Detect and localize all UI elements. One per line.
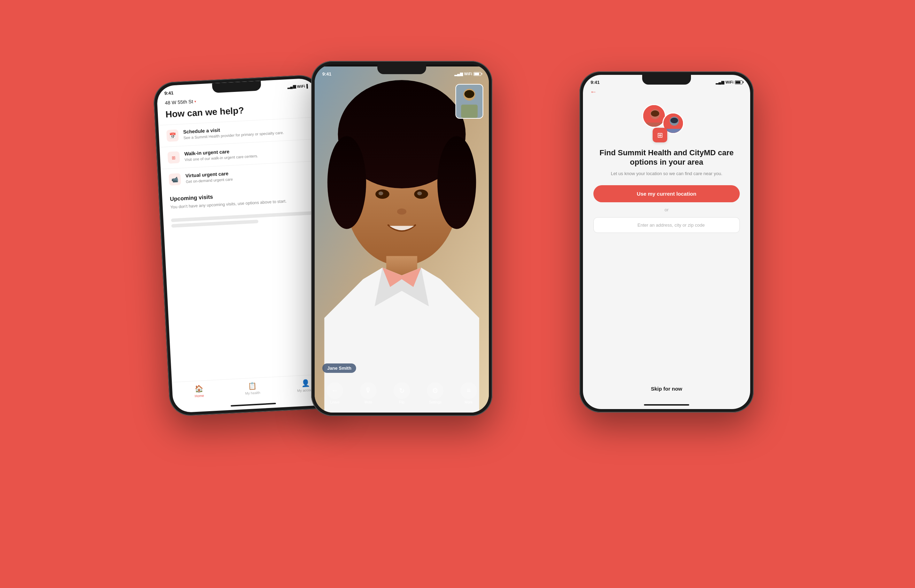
left-phone-content: 9:41 ▂▄▆ WiFi ▌ 48 W 55th St ▾ How can w… — [157, 78, 334, 413]
flip-btn[interactable]: ↻ Flip — [394, 382, 410, 404]
svg-point-6 — [378, 191, 383, 195]
signal-icon-right: ▂▄▆ — [716, 80, 724, 85]
account-icon: 👤 — [301, 378, 310, 387]
mute-label: Mute — [364, 401, 372, 404]
more-label: More — [465, 401, 473, 404]
leave-btn[interactable]: ← Leave — [327, 382, 343, 404]
status-icons-left: ▂▄▆ WiFi ▌ — [287, 83, 309, 89]
nav-health[interactable]: 📋 My health — [225, 380, 279, 396]
schedule-icon: 📅 — [166, 129, 179, 142]
middle-phone-content: 9:41 ▂▄▆ WiFi — [315, 66, 489, 412]
signal-icon-middle: ▂▄▆ — [454, 72, 463, 76]
back-button[interactable]: ← — [583, 85, 750, 97]
home-indicator-left — [231, 402, 276, 406]
status-icons-right: ▂▄▆ WiFi — [716, 80, 743, 85]
flip-icon: ↻ — [394, 382, 410, 399]
settings-label: Settings — [429, 401, 442, 404]
signal-icon-left: ▂▄▆ — [287, 84, 295, 89]
walkin-icon: ⊞ — [168, 151, 180, 164]
status-icons-middle: ▂▄▆ WiFi — [454, 72, 481, 76]
wifi-icon-left: WiFi — [297, 84, 305, 88]
call-controls: ← Leave 🎙 Mute ↻ Flip ⚙ Settings — [315, 382, 489, 404]
home-icon: 🏠 — [194, 384, 204, 393]
svg-point-10 — [327, 136, 366, 229]
settings-icon: ⚙ — [427, 382, 444, 399]
skip-button[interactable]: Skip for now — [651, 386, 682, 392]
phone-left: 9:41 ▂▄▆ WiFi ▌ 48 W 55th St ▾ How can w… — [152, 74, 337, 417]
chevron-down-icon: ▾ — [194, 99, 196, 103]
battery-icon-middle — [473, 72, 481, 76]
more-btn[interactable]: ≡ More — [460, 382, 477, 404]
address-input[interactable]: Enter an address, city or zip code — [593, 217, 740, 233]
svg-point-7 — [417, 191, 422, 195]
person-label: Jane Smith — [322, 363, 356, 373]
provider-icons-cluster: ⊞ — [635, 104, 698, 142]
right-phone-content: 9:41 ▂▄▆ WiFi ← — [583, 75, 750, 409]
notch-right — [642, 75, 691, 85]
or-divider: or — [664, 207, 669, 212]
phone-left-screen: 9:41 ▂▄▆ WiFi ▌ 48 W 55th St ▾ How can w… — [157, 78, 334, 413]
svg-point-22 — [670, 118, 678, 123]
wifi-icon-middle: WiFi — [464, 72, 472, 76]
menu-text-schedule: Schedule a visit See a Summit Health pro… — [183, 124, 284, 140]
menu-text-walkin: Walk-in urgent care Visit one of our wal… — [184, 147, 259, 162]
back-arrow-icon: ← — [590, 88, 597, 95]
health-icon: 📋 — [248, 381, 257, 390]
phones-container: 9:41 ▂▄▆ WiFi ▌ 48 W 55th St ▾ How can w… — [144, 50, 771, 538]
address-placeholder: Enter an address, city or zip code — [638, 223, 705, 228]
battery-icon-right — [735, 81, 743, 84]
location-hero: ⊞ Find Summit Health and CityMD care opt… — [583, 97, 750, 386]
find-desc: Let us know your location so we can find… — [611, 171, 722, 177]
pip-video — [456, 85, 483, 118]
phone-middle: 9:41 ▂▄▆ WiFi — [311, 61, 492, 416]
nav-health-label: My health — [245, 391, 260, 395]
virtual-icon: 📹 — [168, 173, 181, 186]
time-right: 9:41 — [591, 80, 600, 85]
nav-home-label: Home — [194, 393, 204, 397]
plus-grid-icon: ⊞ — [657, 131, 663, 139]
svg-point-8 — [397, 208, 406, 215]
more-icon: ≡ — [460, 382, 477, 399]
leave-icon: ← — [327, 382, 343, 399]
svg-point-14 — [465, 90, 475, 98]
address-field-wrap: 📍 Enter an address, city or zip code — [593, 217, 740, 241]
svg-rect-19 — [646, 123, 664, 128]
notch-middle — [377, 65, 426, 74]
menu-text-virtual: Virtual urgent care Get on-demand urgent… — [185, 170, 233, 184]
person-name-text: Jane Smith — [327, 365, 351, 371]
mute-btn[interactable]: 🎙 Mute — [360, 382, 377, 404]
svg-rect-15 — [461, 105, 478, 118]
phone-right: 9:41 ▂▄▆ WiFi ← — [580, 71, 754, 412]
wifi-icon-right: WiFi — [726, 80, 734, 84]
phone-right-screen: 9:41 ▂▄▆ WiFi ← — [583, 75, 750, 409]
phone-middle-screen: 9:41 ▂▄▆ WiFi — [315, 65, 489, 412]
svg-point-18 — [651, 110, 659, 116]
time-left: 9:41 — [164, 90, 173, 96]
battery-icon-left: ▌ — [306, 84, 309, 88]
settings-btn[interactable]: ⚙ Settings — [427, 382, 444, 404]
time-middle: 9:41 — [322, 71, 331, 77]
leave-label: Leave — [330, 401, 339, 404]
bottom-nav: 🏠 Home 📋 My health 👤 My account — [172, 373, 333, 406]
mute-icon: 🎙 — [360, 382, 377, 399]
svg-rect-23 — [666, 129, 683, 134]
nav-home[interactable]: 🏠 Home — [172, 383, 226, 399]
flip-label: Flip — [399, 401, 405, 404]
svg-point-11 — [437, 136, 476, 229]
pip-thumbnail — [455, 84, 483, 119]
map-pin-icon: ⊞ — [653, 128, 667, 142]
use-location-button[interactable]: Use my current location — [593, 185, 740, 202]
find-title: Find Summit Health and CityMD care optio… — [593, 148, 740, 167]
home-indicator-right — [644, 404, 689, 405]
